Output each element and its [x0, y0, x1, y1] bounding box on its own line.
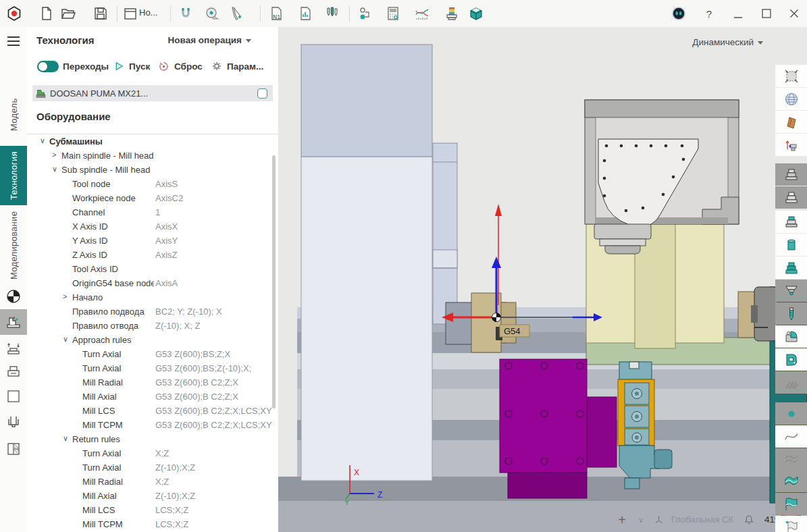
zoom-in-button[interactable]: +	[615, 510, 629, 529]
spindle-part-3-icon[interactable]	[775, 211, 807, 233]
assistant-button[interactable]	[669, 5, 688, 22]
new-file-icon[interactable]	[38, 5, 55, 22]
save-icon[interactable]	[92, 5, 109, 22]
tree-row[interactable]: Tool nodeAxisS	[27, 178, 278, 192]
mill-unit-icon[interactable]	[775, 348, 807, 371]
hatch-section-icon[interactable]	[775, 371, 807, 394]
chevron-down-icon[interactable]: ∨	[40, 136, 45, 145]
surface-orange-icon[interactable]	[775, 111, 807, 133]
machine-part-icon[interactable]	[775, 325, 807, 348]
tree-row[interactable]: >Main spindle - Mill head	[27, 149, 278, 163]
help-button[interactable]: ?	[700, 5, 719, 22]
spindle-part-1-icon[interactable]	[775, 163, 807, 186]
tree-row[interactable]: Tool Axis ID	[27, 263, 278, 277]
tree-row[interactable]: Mill TCPMLCS;X;Z	[27, 518, 278, 532]
tree-row[interactable]: >Начало	[27, 291, 278, 305]
new-window-icon[interactable]	[122, 5, 139, 22]
tree-row[interactable]: ∨Субмашины	[27, 135, 278, 149]
tree-row[interactable]: Workpiece nodeAxisC2	[27, 192, 278, 206]
chevron-right-icon[interactable]: >	[52, 151, 56, 159]
csys-node-icon[interactable]	[775, 134, 807, 156]
section-cut-icon[interactable]	[0, 436, 27, 462]
tree-row[interactable]: Mill AxialZ(-10);X;Z	[27, 489, 278, 504]
chevron-right-icon[interactable]: >	[63, 292, 67, 300]
tree-row[interactable]: Turn AxialG53 Z(600);BS;Z;X	[27, 348, 278, 362]
flag-teal-icon[interactable]	[775, 493, 807, 515]
machine-checkbox[interactable]	[257, 88, 267, 99]
menu-icon[interactable]	[7, 36, 20, 46]
tree-row[interactable]: X Axis IDAxisX	[27, 220, 278, 234]
tree-row[interactable]: Правило отводаZ(-10); X; Z	[27, 319, 278, 334]
chevron-down-icon[interactable]: ∨	[63, 335, 68, 344]
blank-square-icon[interactable]	[0, 383, 27, 409]
curve-icon[interactable]	[775, 425, 807, 448]
tree-row[interactable]: OriginG54 base nodeAxisA	[27, 277, 278, 291]
tree-row[interactable]: Turn AxialG53 Z(600);BS;Z(-10);X;	[27, 362, 278, 376]
new-operation-dropdown[interactable]: Новая операция	[168, 35, 251, 45]
fixture-icon[interactable]	[0, 359, 27, 385]
measure-tape-icon[interactable]	[203, 5, 221, 22]
contrast-ball-icon[interactable]	[0, 284, 27, 309]
maximize-button[interactable]	[757, 5, 776, 22]
tool-library-icon[interactable]	[323, 5, 341, 22]
cylinder-teal-icon[interactable]	[775, 234, 807, 256]
caliper-icon[interactable]	[228, 5, 245, 22]
nc-program-icon[interactable]: N1	[267, 5, 285, 22]
transitions-toggle[interactable]: Переходы	[37, 59, 109, 74]
tree-row[interactable]: Turn AxialX;Z	[27, 447, 278, 461]
view-mode-dropdown[interactable]: Динамический	[687, 37, 763, 47]
point-icon[interactable]	[775, 402, 807, 425]
tree-scrollbar[interactable]	[272, 155, 276, 408]
csys-icon[interactable]	[651, 510, 666, 529]
chevron-down-icon[interactable]: ∨	[52, 165, 57, 174]
tree-row[interactable]: ∨Return rules	[27, 433, 278, 447]
tab-simulation[interactable]: Моделирование	[0, 207, 27, 284]
tree-row[interactable]: ∨Sub spindle - Mill head	[27, 163, 278, 178]
tree-row[interactable]: ∨Approach rules	[27, 334, 278, 348]
run-button[interactable]: Пуск	[113, 59, 150, 74]
surfaces-icon[interactable]	[775, 448, 807, 471]
machine-item-doosan[interactable]: DOOSAN PUMA MX21...	[32, 85, 273, 101]
tree-row[interactable]: Mill RadialG53 Z(600);B C2;Z;X	[27, 376, 278, 390]
bell-icon[interactable]	[741, 510, 756, 529]
reset-button[interactable]: Сброс	[157, 59, 203, 74]
tree-row[interactable]: Z Axis IDAxisZ	[27, 248, 278, 263]
calculator-icon[interactable]	[384, 5, 402, 22]
tree-row[interactable]: Channel1	[27, 206, 278, 220]
tab-technology[interactable]: Технология	[0, 146, 27, 205]
spindle-part-4-icon[interactable]	[775, 257, 807, 279]
spindle-part-2-icon[interactable]	[775, 186, 807, 209]
tab-model[interactable]: Модель	[0, 90, 27, 139]
workpiece-transform-icon[interactable]	[0, 336, 27, 362]
parameters-button[interactable]: Парам...	[211, 59, 263, 74]
chevron-down-icon[interactable]: ∨	[63, 434, 68, 443]
graph-analysis-icon[interactable]	[413, 5, 431, 22]
operation-schema-icon[interactable]	[357, 5, 374, 22]
viewport-3d[interactable]: G54 X Z Y Динамический	[278, 27, 807, 532]
layered-part-icon[interactable]	[443, 5, 461, 22]
minimize-button[interactable]	[729, 5, 748, 22]
tool-holder-icon[interactable]	[775, 280, 807, 302]
fit-view-icon[interactable]	[775, 65, 807, 87]
tree-row[interactable]: Turn AxialZ(-10);X;Z	[27, 461, 278, 475]
tree-row[interactable]: Mill LCSLCS;X;Z	[27, 504, 278, 518]
tree-row[interactable]: Mill RadialX;Z	[27, 475, 278, 489]
open-folder-icon[interactable]	[59, 5, 77, 22]
tree-row[interactable]: Mill TCPMG53 Z(600);B C2;Z;X;LCS;XY	[27, 419, 278, 433]
machine-setup-icon[interactable]	[0, 309, 27, 335]
clamp-icon[interactable]	[0, 409, 27, 435]
tree-row[interactable]: Mill LCSG53 Z(600);B C2;Z;X;LCS;XY	[27, 404, 278, 419]
flag-start-icon[interactable]	[775, 516, 807, 532]
drill-icon[interactable]	[775, 302, 807, 325]
tree-row[interactable]: Y Axis IDAxisY	[27, 234, 278, 248]
chevron-down-icon[interactable]: ∨	[635, 510, 647, 529]
tree-row[interactable]: Правило подводаBC2; Y; Z(-10); X	[27, 305, 278, 319]
tree-row[interactable]: Mill AxialG53 Z(600);B C2;Z;X	[27, 390, 278, 404]
globe-icon[interactable]	[775, 88, 807, 110]
report-icon[interactable]	[296, 5, 314, 22]
magnet-snap-icon[interactable]	[177, 5, 194, 22]
solid-box-icon[interactable]	[467, 5, 485, 22]
coordinate-system-selector[interactable]: Глобальная СК	[671, 514, 733, 525]
surface-teal-icon[interactable]	[775, 470, 807, 492]
close-button[interactable]	[785, 5, 804, 22]
